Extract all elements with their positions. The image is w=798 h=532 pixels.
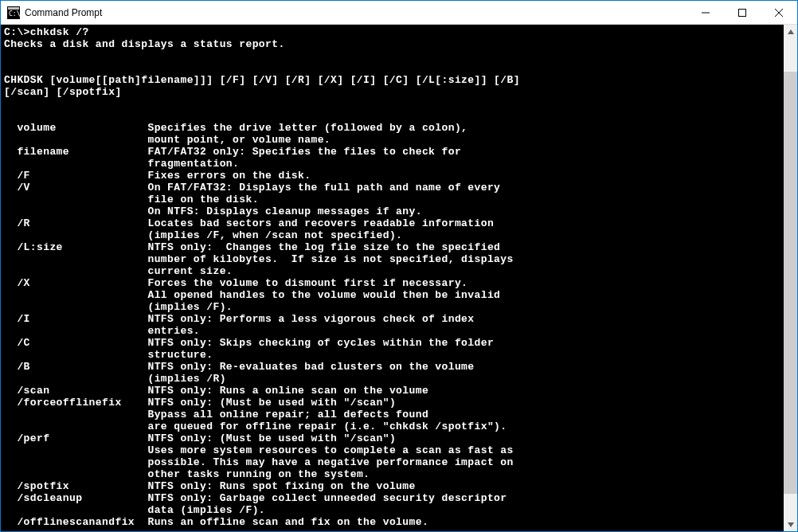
opt-desc: structure. <box>147 349 213 361</box>
description-line: Checks a disk and displays a status repo… <box>4 38 285 50</box>
syntax-line: CHKDSK [volume[[path]filename]]] [/F] [/… <box>4 74 520 86</box>
prompt-line: C:\>chkdsk /? <box>4 26 89 38</box>
opt-desc: NTFS only: (Must be used with "/scan") <box>147 397 396 409</box>
opt-desc: (implies /R) <box>147 373 225 385</box>
opt-desc: On FAT/FAT32: Displays the full path and… <box>147 182 500 194</box>
opt-desc: NTFS only: Skips checking of cycles with… <box>147 337 494 349</box>
opt-key: /R <box>17 217 29 229</box>
opt-key: /I <box>17 313 29 325</box>
opt-desc: On NTFS: Displays cleanup messages if an… <box>147 205 421 217</box>
opt-desc: Uses more system resources to complete a… <box>147 444 513 456</box>
opt-desc: mount point, or volume name. <box>147 134 331 146</box>
opt-key: /C <box>17 337 29 349</box>
svg-marker-7 <box>788 29 794 34</box>
window-controls <box>687 1 797 24</box>
opt-desc: NTFS only: Re-evaluates bad clusters on … <box>147 361 474 373</box>
opt-desc: entries. <box>147 325 200 337</box>
maximize-button[interactable] <box>724 1 761 24</box>
opt-desc: Bypass all online repair; all defects fo… <box>147 409 428 421</box>
opt-desc: file on the disk. <box>147 194 258 205</box>
window-title: Command Prompt <box>25 7 687 18</box>
opt-desc: NTFS only: Garbage collect unneeded secu… <box>147 492 507 504</box>
svg-text:C:\: C:\ <box>9 10 20 18</box>
opt-key: /spotfix <box>17 480 69 492</box>
opt-desc: number of kilobytes. If size is not spec… <box>147 253 513 265</box>
opt-key: /V <box>17 182 29 194</box>
opt-desc: (implies /F). <box>147 301 233 313</box>
svg-rect-4 <box>739 9 746 16</box>
terminal-output[interactable]: C:\>chkdsk /? Checks a disk and displays… <box>1 25 784 531</box>
opt-desc: Forces the volume to dismount first if n… <box>147 277 467 289</box>
opt-key: /B <box>17 361 29 373</box>
scroll-up-button[interactable] <box>784 25 797 38</box>
opt-desc: NTFS only: Performs a less vigorous chec… <box>147 313 474 325</box>
close-button[interactable] <box>761 1 797 24</box>
opt-desc: (implies /F, when /scan not specified). <box>147 229 402 241</box>
scroll-down-button[interactable] <box>784 518 797 531</box>
scrollbar-thumb[interactable] <box>784 72 797 494</box>
opt-desc: current size. <box>147 265 233 277</box>
opt-desc: NTFS only: Runs a online scan on the vol… <box>147 385 428 397</box>
minimize-button[interactable] <box>687 1 724 24</box>
opt-desc: NTFS only: (Must be used with "/scan") <box>147 432 396 444</box>
opt-desc: fragmentation. <box>147 158 239 170</box>
opt-desc: NTFS only: Runs spot fixing on the volum… <box>147 480 415 492</box>
opt-desc: FAT/FAT32 only: Specifies the files to c… <box>147 146 461 158</box>
opt-key: /scan <box>17 385 49 397</box>
cmd-icon: C:\ <box>7 6 20 19</box>
opt-desc: NTFS only: Changes the log file size to … <box>147 241 500 253</box>
opt-desc: possible. This may have a negative perfo… <box>147 456 513 468</box>
vertical-scrollbar[interactable] <box>784 25 797 531</box>
scrollbar-track[interactable] <box>784 38 797 518</box>
opt-desc: Specifies the drive letter (followed by … <box>147 122 467 134</box>
opt-desc: are queued for offline repair (i.e. "chk… <box>147 421 507 432</box>
syntax-line: [/scan] [/spotfix] <box>4 86 122 98</box>
opt-key: /sdcleanup <box>17 492 82 504</box>
titlebar: C:\ Command Prompt <box>1 1 797 25</box>
opt-key: /forceofflinefix <box>17 397 121 409</box>
opt-key: /L:size <box>17 241 62 253</box>
opt-desc: Runs an offline scan and fix on the volu… <box>147 516 428 528</box>
opt-key: filename <box>17 146 69 158</box>
opt-key: /F <box>17 170 29 182</box>
terminal-container: C:\>chkdsk /? Checks a disk and displays… <box>1 25 797 531</box>
opt-desc: data (implies /F). <box>147 504 265 516</box>
opt-desc: Locates bad sectors and recovers readabl… <box>147 217 494 229</box>
opt-key: /offlinescanandfix <box>17 516 135 528</box>
svg-marker-8 <box>788 522 794 527</box>
opt-desc: Fixes errors on the disk. <box>147 170 311 182</box>
opt-desc: other tasks running on the system. <box>147 468 370 480</box>
opt-key: /perf <box>17 432 49 444</box>
opt-key: volume <box>17 122 56 134</box>
opt-key: /X <box>17 277 29 289</box>
opt-desc: All opened handles to the volume would t… <box>147 289 500 301</box>
svg-rect-1 <box>8 7 19 10</box>
